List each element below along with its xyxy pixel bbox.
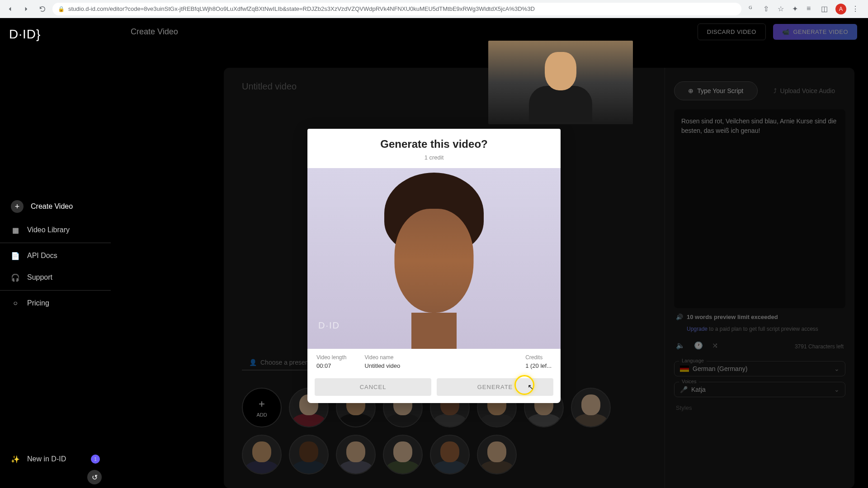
share-icon[interactable]: ⇧ bbox=[763, 5, 772, 14]
sidebar-item-api[interactable]: 📄 API Docs bbox=[0, 245, 111, 267]
reload-button[interactable] bbox=[36, 3, 49, 15]
grid-icon: ▦ bbox=[11, 225, 20, 235]
sidebar-item-support[interactable]: 🎧 Support bbox=[0, 267, 111, 288]
plus-icon: + bbox=[11, 200, 24, 213]
url-bar[interactable]: 🔒 studio.d-id.com/editor?code=8ve3uinStG… bbox=[52, 3, 741, 15]
url-text: studio.d-id.com/editor?code=8ve3uinStGx-… bbox=[68, 5, 535, 12]
list-icon[interactable]: ≡ bbox=[807, 5, 816, 14]
panel-icon[interactable]: ◫ bbox=[821, 5, 830, 14]
star-icon[interactable]: ☆ bbox=[778, 5, 787, 14]
length-value: 00:07 bbox=[316, 362, 347, 369]
history-button[interactable]: ↺ bbox=[87, 470, 102, 484]
browser-actions: ᴳ ⇧ ☆ ✦ ≡ ◫ A ⋮ bbox=[745, 4, 864, 14]
sparkle-icon: ✨ bbox=[11, 455, 20, 464]
credits-value: 1 (20 lef... bbox=[525, 362, 552, 369]
document-icon: 📄 bbox=[11, 251, 20, 260]
sidebar-item-pricing[interactable]: ○ Pricing bbox=[0, 292, 111, 314]
name-value: Untitled video bbox=[365, 362, 401, 369]
generate-confirm-button[interactable]: GENERATE bbox=[437, 378, 553, 396]
sidebar-item-label: API Docs bbox=[27, 252, 57, 260]
watermark: D·ID bbox=[318, 320, 340, 331]
sidebar-item-label: Pricing bbox=[27, 299, 49, 307]
modal-preview: D·ID bbox=[307, 168, 561, 349]
pricing-icon: ○ bbox=[11, 299, 20, 308]
browser-chrome: 🔒 studio.d-id.com/editor?code=8ve3uinStG… bbox=[0, 0, 868, 18]
sidebar-item-new[interactable]: ✨ New in D-ID 1 bbox=[0, 448, 111, 470]
menu-icon[interactable]: ⋮ bbox=[852, 5, 861, 14]
generate-modal: Generate this video? 1 credit D·ID Video… bbox=[307, 129, 561, 403]
length-label: Video length bbox=[316, 354, 347, 361]
support-icon: 🎧 bbox=[11, 273, 20, 282]
webcam-feed bbox=[488, 41, 633, 124]
lock-icon: 🔒 bbox=[58, 6, 65, 12]
translate-icon[interactable]: ᴳ bbox=[749, 5, 758, 14]
sidebar-item-label: Support bbox=[27, 273, 52, 282]
sidebar-item-library[interactable]: ▦ Video Library bbox=[0, 219, 111, 241]
back-button[interactable] bbox=[4, 3, 16, 15]
profile-avatar[interactable]: A bbox=[835, 4, 846, 14]
modal-subtitle: 1 credit bbox=[307, 154, 561, 168]
notification-badge: 1 bbox=[91, 455, 100, 464]
cancel-button[interactable]: CANCEL bbox=[315, 378, 431, 396]
create-video-label: Create Video bbox=[31, 202, 73, 211]
forward-button[interactable] bbox=[20, 3, 33, 15]
sidebar-item-label: New in D-ID bbox=[27, 455, 66, 463]
sidebar-item-label: Video Library bbox=[27, 226, 70, 234]
logo[interactable]: D·ID} bbox=[0, 27, 111, 60]
sidebar: D·ID} + Create Video ▦ Video Library 📄 A… bbox=[0, 18, 111, 488]
credits-label: Credits bbox=[525, 354, 552, 361]
create-video-button[interactable]: + Create Video bbox=[0, 194, 111, 219]
extension-icon[interactable]: ✦ bbox=[792, 5, 801, 14]
modal-title: Generate this video? bbox=[307, 129, 561, 154]
name-label: Video name bbox=[365, 354, 401, 361]
